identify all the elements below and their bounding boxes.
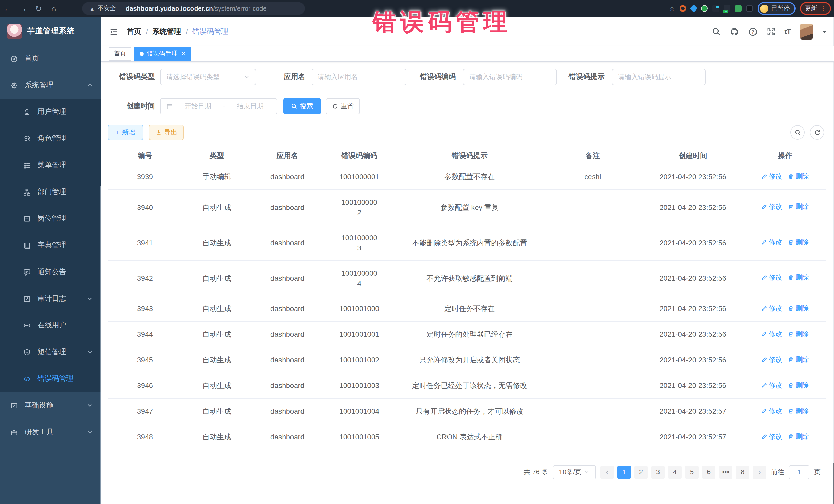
cell-code: 1001001004 [323, 398, 395, 424]
delete-link[interactable]: 删除 [788, 171, 809, 181]
delete-link[interactable]: 删除 [788, 431, 809, 442]
page-number-button[interactable]: 1 [617, 465, 631, 479]
browser-update-button[interactable]: 更新 ⋮ [800, 2, 831, 15]
sidebar-item[interactable]: 错误码管理 [0, 366, 101, 392]
error-type-label: 错误码类型 [118, 72, 155, 82]
export-button[interactable]: 导出 [149, 125, 184, 140]
window-scrollbar-track[interactable] [833, 17, 834, 504]
sidebar-item[interactable]: 菜单管理 [0, 152, 101, 179]
cell-msg: CRON 表达式不正确 [395, 424, 544, 450]
edit-link[interactable]: 修改 [761, 431, 782, 442]
browser-reload-icon[interactable]: ↻ [31, 4, 46, 13]
sidebar-item[interactable]: 审计日志 [0, 285, 101, 312]
extension-icon-grid[interactable] [712, 5, 719, 12]
not-secure-label[interactable]: 不安全 [97, 4, 116, 13]
edit-link[interactable]: 修改 [761, 171, 782, 181]
delete-link[interactable]: 删除 [788, 380, 809, 390]
refresh-button[interactable] [810, 125, 824, 139]
edit-link[interactable]: 修改 [761, 380, 782, 390]
extension-icon-key[interactable] [735, 5, 742, 12]
update-label: 更新 [805, 4, 817, 13]
sidebar-item[interactable]: 通知公告 [0, 259, 101, 285]
font-size-icon[interactable]: tT [785, 28, 791, 36]
github-icon[interactable] [729, 27, 739, 36]
sidebar-item[interactable]: 研发工具 [0, 419, 101, 445]
extension-icon-gem[interactable] [689, 4, 698, 12]
browser-back-icon[interactable]: ← [0, 4, 15, 13]
app-name-input[interactable]: 请输入应用名 [311, 69, 407, 85]
browser-forward-icon[interactable]: → [15, 4, 31, 13]
error-type-select[interactable]: 请选择错误码类型 [160, 69, 256, 85]
tab-error-code[interactable]: 错误码管理 ✕ [134, 47, 191, 60]
extensions-puzzle-icon[interactable] [746, 5, 753, 12]
breadcrumb-item[interactable]: 首页 [127, 27, 141, 36]
sidebar-item[interactable]: 在线用户 [0, 312, 101, 339]
cell-ops: 修改删除 [744, 164, 826, 190]
extension-icon-switch[interactable] [724, 5, 730, 12]
reset-button[interactable]: 重置 [326, 98, 360, 114]
delete-link[interactable]: 删除 [788, 237, 809, 247]
url-host[interactable]: dashboard.yudao.iocoder.cn [126, 5, 213, 12]
browser-address-bar[interactable]: ▲ 不安全 dashboard.yudao.iocoder.cn /system… [82, 2, 305, 15]
sidebar-item[interactable]: 岗位管理 [0, 205, 101, 232]
toggle-search-button[interactable] [790, 125, 805, 139]
help-icon[interactable]: ? [748, 27, 757, 36]
user-avatar[interactable] [800, 24, 813, 40]
tab-close-icon[interactable]: ✕ [181, 51, 186, 57]
edit-link[interactable]: 修改 [761, 202, 782, 212]
add-button[interactable]: + 新增 [108, 125, 143, 140]
sidebar-item[interactable]: 基础设施 [0, 392, 101, 419]
tab-home[interactable]: 首页 [109, 47, 131, 60]
delete-link[interactable]: 删除 [788, 202, 809, 212]
sidebar-item[interactable]: 字典管理 [0, 232, 101, 259]
delete-link[interactable]: 删除 [788, 303, 809, 313]
header-search-icon[interactable] [711, 27, 720, 36]
browser-profile-chip[interactable]: 已暂停 [758, 2, 795, 15]
delete-link[interactable]: 删除 [788, 354, 809, 365]
sidebar-item[interactable]: 部门管理 [0, 179, 101, 205]
fullscreen-icon[interactable] [767, 27, 775, 36]
page-number-button[interactable]: 6 [702, 465, 716, 479]
page-number-button[interactable]: 3 [651, 465, 665, 479]
prev-page-button[interactable]: ‹ [600, 465, 614, 479]
breadcrumb-item[interactable]: 系统管理 [152, 27, 181, 36]
next-page-button[interactable]: › [753, 465, 766, 479]
edit-link[interactable]: 修改 [761, 272, 782, 283]
code-icon [23, 375, 31, 382]
sidebar-item[interactable]: 用户管理 [0, 98, 101, 125]
sidebar-item[interactable]: 角色管理 [0, 125, 101, 152]
window-scrollbar-thumb[interactable] [833, 463, 834, 504]
delete-link[interactable]: 删除 [788, 329, 809, 339]
page-number-button[interactable]: 8 [736, 465, 749, 479]
edit-link[interactable]: 修改 [761, 303, 782, 313]
more-pages-button[interactable]: ••• [719, 465, 732, 479]
date-range-picker[interactable]: 开始日期 - 结束日期 [160, 98, 277, 114]
user-menu-caret-icon[interactable] [822, 30, 826, 35]
browser-home-icon[interactable]: ⌂ [46, 4, 62, 13]
sidebar-item[interactable]: 系统管理 [0, 72, 101, 98]
goto-page-input[interactable]: 1 [789, 465, 809, 479]
error-msg-input[interactable]: 请输入错误码提示 [612, 69, 706, 85]
sidebar-item[interactable]: 首页 [0, 45, 101, 72]
page-content: 错误码类型 请选择错误码类型 应用名 请输入应用名 错误码编码 请输入错误码编码… [101, 62, 834, 479]
page-number-button[interactable]: 4 [668, 465, 682, 479]
edit-link[interactable]: 修改 [761, 354, 782, 365]
delete-link[interactable]: 删除 [788, 272, 809, 283]
search-button[interactable]: 搜索 [283, 98, 321, 114]
browser-menu-kebab-icon[interactable]: ⋮ [821, 5, 826, 12]
page-number-button[interactable]: 5 [685, 465, 699, 479]
bookmark-star-icon[interactable]: ☆ [669, 5, 675, 12]
sidebar-collapse-icon[interactable] [109, 27, 118, 36]
edit-link[interactable]: 修改 [761, 237, 782, 247]
extension-icon-orange[interactable] [680, 5, 686, 12]
edit-link[interactable]: 修改 [761, 329, 782, 339]
error-code-input[interactable]: 请输入错误码编码 [463, 69, 557, 85]
sidebar-item[interactable]: 短信管理 [0, 339, 101, 366]
extension-icon-green[interactable] [701, 5, 708, 12]
page-size-select[interactable]: 10条/页 [553, 465, 596, 479]
sidebar-logo-row[interactable]: 芋道管理系统 [0, 17, 101, 45]
delete-link[interactable]: 删除 [788, 406, 809, 416]
page-number-button[interactable]: 2 [634, 465, 648, 479]
column-header: 错误码编码 [323, 148, 395, 164]
edit-link[interactable]: 修改 [761, 406, 782, 416]
